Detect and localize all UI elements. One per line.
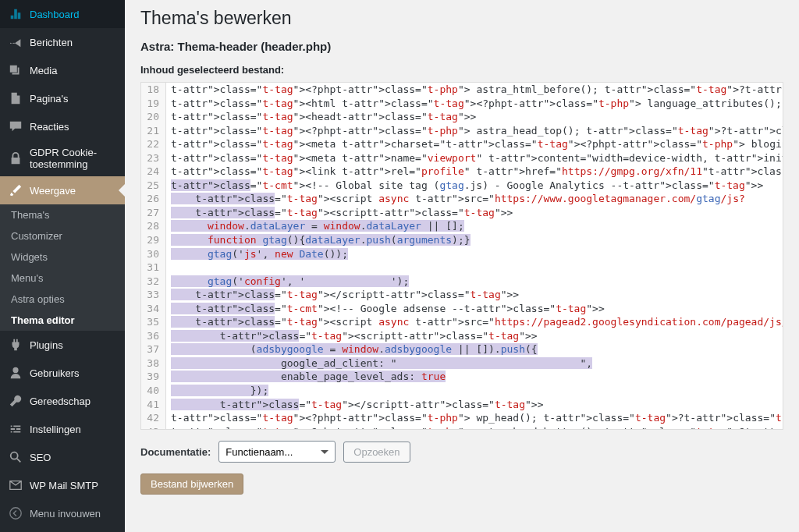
brush-icon (8, 183, 23, 198)
code-line[interactable]: 39 enable_page_level_ads: true (141, 370, 783, 384)
code-content[interactable]: t-attr">class="t-tag"></scriptt-attr">cl… (166, 288, 783, 302)
lookup-button[interactable]: Opzoeken (343, 442, 410, 463)
code-line[interactable]: 43t-attr">class="t-tag"><?phpt-attr">cla… (141, 425, 783, 430)
dashboard-icon (8, 6, 23, 22)
line-number: 34 (141, 302, 166, 316)
code-line[interactable]: 24t-attr">class="t-tag"><link t-attr">re… (141, 165, 783, 179)
code-content[interactable]: t-attr">class="t-tag"></scriptt-attr">cl… (166, 398, 783, 412)
menu-label: GDPR Cookie-toestemming (30, 147, 117, 170)
code-content[interactable]: t-attr">class="t-tag"><script async t-at… (166, 192, 783, 206)
doc-label: Documentatie: (140, 446, 211, 458)
line-number: 20 (141, 110, 166, 124)
code-line[interactable]: 33 t-attr">class="t-tag"></scriptt-attr"… (141, 288, 783, 302)
code-content[interactable]: t-attr">class="t-tag"><link t-attr">rel=… (166, 165, 783, 179)
code-line[interactable]: 42t-attr">class="t-tag"><?phpt-attr">cla… (141, 411, 783, 425)
menu-wp-mail-smtp[interactable]: WP Mail SMTP (0, 471, 125, 499)
code-editor[interactable]: 18t-attr">class="t-tag"><?phpt-attr">cla… (140, 82, 783, 430)
code-content[interactable]: gtag('js', new Date()); (166, 247, 783, 261)
code-content[interactable]: t-attr">class="t-tag"><?phpt-attr">class… (166, 425, 783, 430)
page-title: Thema's bewerken (140, 8, 783, 29)
collapse-menu[interactable]: Menu invouwen (0, 499, 125, 527)
code-line[interactable]: 23t-attr">class="t-tag"><meta t-attr">na… (141, 151, 783, 165)
submenu-weergave: Thema'sCustomizerWidgetsMenu'sAstra opti… (0, 204, 125, 331)
code-line[interactable]: 21t-attr">class="t-tag"><?phpt-attr">cla… (141, 124, 783, 138)
menu-gereedschap[interactable]: Gereedschap (0, 387, 125, 415)
code-line[interactable]: 31 (141, 261, 783, 275)
menu-label: SEO (30, 452, 117, 463)
menu-gebruikers[interactable]: Gebruikers (0, 359, 125, 387)
code-content[interactable]: google_ad_client: " ", (166, 356, 783, 371)
code-content[interactable]: function gtag(){dataLayer.push(arguments… (166, 233, 783, 247)
menu-media[interactable]: Media (0, 56, 125, 84)
menu-seo[interactable]: SEO (0, 443, 125, 471)
code-line[interactable]: 32 gtag('config', ' '); (141, 275, 783, 289)
code-content[interactable] (166, 261, 783, 275)
submenu-astra-opties[interactable]: Astra opties (0, 289, 125, 310)
code-line[interactable]: 19t-attr">class="t-tag"><html t-attr">cl… (141, 97, 783, 111)
code-line[interactable]: 28 window.dataLayer = window.dataLayer |… (141, 219, 783, 233)
menu-plugins[interactable]: Plugins (0, 331, 125, 359)
code-line[interactable]: 35 t-attr">class="t-tag"><script async t… (141, 315, 783, 329)
seo-icon (8, 449, 23, 465)
line-number: 21 (141, 124, 166, 138)
code-content[interactable]: }); (166, 384, 783, 398)
submenu-customizer[interactable]: Customizer (0, 225, 125, 246)
code-content[interactable]: t-attr">class="t-cmt"><!-- Google adsens… (166, 302, 783, 316)
code-line[interactable]: 26 t-attr">class="t-tag"><script async t… (141, 192, 783, 206)
code-line[interactable]: 25t-attr">class="t-cmt"><!-- Global site… (141, 179, 783, 193)
menu-label: WP Mail SMTP (30, 480, 117, 491)
code-content[interactable]: t-attr">class="t-cmt"><!-- Global site t… (166, 179, 783, 193)
media-icon (8, 62, 23, 78)
code-line[interactable]: 20t-attr">class="t-tag"><headt-attr">cla… (141, 110, 783, 124)
code-line[interactable]: 40 }); (141, 384, 783, 398)
menu-label: Pagina's (30, 93, 117, 105)
code-content[interactable]: t-attr">class="t-tag"><?phpt-attr">class… (166, 411, 783, 425)
code-line[interactable]: 27 t-attr">class="t-tag"><scriptt-attr">… (141, 206, 783, 220)
line-number: 35 (141, 315, 166, 329)
line-number: 28 (141, 219, 166, 233)
code-content[interactable]: t-attr">class="t-tag"><html t-attr">clas… (166, 97, 783, 111)
menu-berichten[interactable]: Berichten (0, 28, 125, 56)
menu-label: Dashboard (30, 9, 117, 20)
menu-dashboard[interactable]: Dashboard (0, 0, 125, 28)
code-line[interactable]: 22t-attr">class="t-tag"><meta t-attr">ch… (141, 137, 783, 151)
update-file-button[interactable]: Bestand bijwerken (140, 473, 243, 495)
function-select[interactable]: Functienaam... (218, 441, 336, 463)
menu-reacties[interactable]: Reacties (0, 112, 125, 140)
code-line[interactable]: 37 (adsbygoogle = window.adsbygoogle || … (141, 342, 783, 356)
menu-weergave[interactable]: Weergave (0, 176, 125, 204)
code-line[interactable]: 34 t-attr">class="t-cmt"><!-- Google ads… (141, 302, 783, 316)
code-content[interactable]: t-attr">class="t-tag"><meta t-attr">char… (166, 137, 783, 151)
user-icon (8, 365, 23, 381)
code-content[interactable]: gtag('config', ' '); (166, 275, 783, 289)
code-content[interactable]: t-attr">class="t-tag"><scriptt-attr">cla… (166, 206, 783, 220)
menu-gdpr-cookie-toestemming[interactable]: GDPR Cookie-toestemming (0, 140, 125, 176)
code-content[interactable]: t-attr">class="t-tag"><headt-attr">class… (166, 110, 783, 124)
file-heading: Astra: Thema-header (header.php) (140, 40, 783, 53)
submenu-widgets[interactable]: Widgets (0, 246, 125, 268)
code-content[interactable]: (adsbygoogle = window.adsbygoogle || [])… (166, 342, 783, 356)
documentation-row: Documentatie: Functienaam... Opzoeken (140, 441, 783, 463)
line-number: 19 (141, 97, 166, 111)
code-content[interactable]: enable_page_level_ads: true (166, 370, 783, 384)
submenu-menu-s[interactable]: Menu's (0, 268, 125, 289)
submenu-thema-editor[interactable]: Thema editor (0, 310, 125, 331)
code-line[interactable]: 29 function gtag(){dataLayer.push(argume… (141, 233, 783, 247)
line-number: 36 (141, 329, 166, 343)
code-content[interactable]: t-attr">class="t-tag"><?phpt-attr">class… (166, 83, 783, 97)
menu-instellingen[interactable]: Instellingen (0, 415, 125, 443)
code-content[interactable]: t-attr">class="t-tag"><meta t-attr">name… (166, 151, 783, 165)
code-line[interactable]: 36 t-attr">class="t-tag"><scriptt-attr">… (141, 329, 783, 343)
code-line[interactable]: 38 google_ad_client: " ", (141, 356, 783, 371)
code-line[interactable]: 30 gtag('js', new Date()); (141, 247, 783, 261)
code-line[interactable]: 18t-attr">class="t-tag"><?phpt-attr">cla… (141, 83, 783, 97)
line-number: 30 (141, 247, 166, 261)
code-content[interactable]: t-attr">class="t-tag"><scriptt-attr">cla… (166, 329, 783, 343)
menu-pagina-s[interactable]: Pagina's (0, 84, 125, 112)
submenu-thema-s[interactable]: Thema's (0, 204, 125, 225)
code-content[interactable]: t-attr">class="t-tag"><script async t-at… (166, 315, 783, 329)
line-number: 40 (141, 384, 166, 398)
code-content[interactable]: t-attr">class="t-tag"><?phpt-attr">class… (166, 124, 783, 138)
code-content[interactable]: window.dataLayer = window.dataLayer || [… (166, 219, 783, 233)
code-line[interactable]: 41 t-attr">class="t-tag"></scriptt-attr"… (141, 398, 783, 412)
